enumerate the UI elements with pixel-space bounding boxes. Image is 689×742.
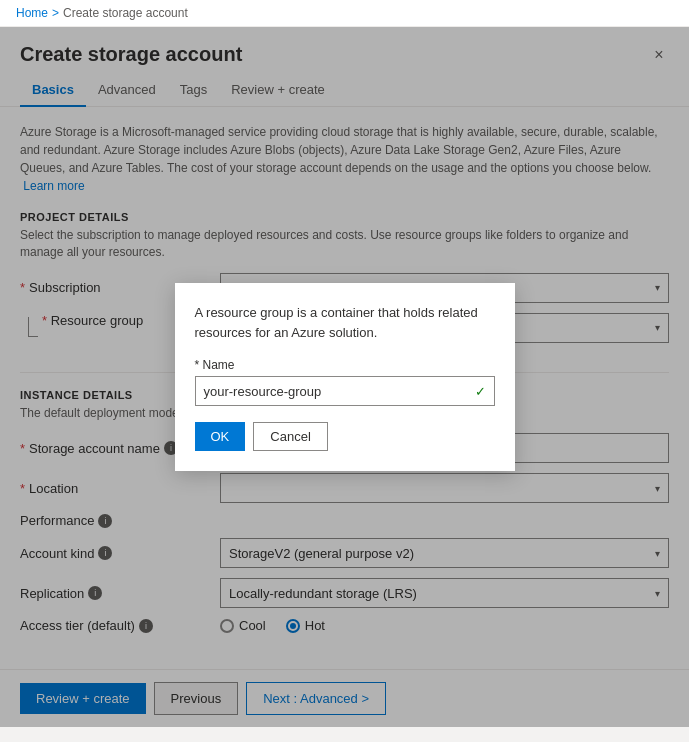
breadcrumb-home[interactable]: Home	[16, 6, 48, 20]
dialog-ok-button[interactable]: OK	[195, 422, 246, 451]
breadcrumb-current: Create storage account	[63, 6, 188, 20]
breadcrumb: Home > Create storage account	[0, 0, 689, 27]
dialog-check-icon: ✓	[475, 384, 486, 399]
resource-group-dialog: A resource group is a container that hol…	[175, 283, 515, 471]
dialog-description: A resource group is a container that hol…	[195, 303, 495, 342]
main-panel: www.Lead4Pass.com Create storage account…	[0, 27, 689, 727]
dialog-overlay: A resource group is a container that hol…	[0, 27, 689, 727]
breadcrumb-separator: >	[52, 6, 59, 20]
dialog-cancel-button[interactable]: Cancel	[253, 422, 327, 451]
dialog-name-field[interactable]: your-resource-group ✓	[195, 376, 495, 406]
dialog-buttons: OK Cancel	[195, 422, 495, 451]
dialog-field-label: * Name	[195, 358, 495, 372]
